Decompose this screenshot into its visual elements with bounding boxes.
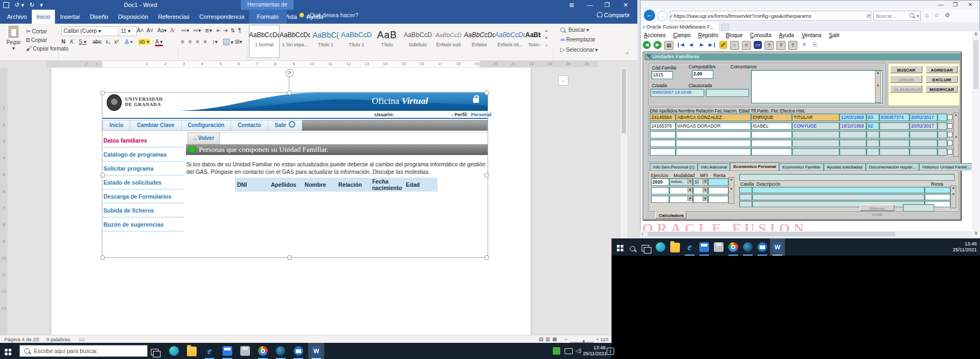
ie-minimize-button[interactable]: — (934, 1, 947, 9)
save-icon[interactable] (3, 2, 9, 8)
ribbon-tab[interactable]: Disposición (113, 10, 153, 24)
ribbon-tab[interactable]: Inicio (32, 10, 55, 24)
decrease-indent-icon[interactable]: ⇤ (217, 27, 221, 33)
style-card[interactable]: AaBbCcDd Énfasis (464, 25, 495, 58)
underline-button[interactable]: S ▾ (79, 39, 86, 45)
search-icon[interactable] (630, 244, 635, 254)
row-checkbox[interactable] (947, 123, 953, 129)
cod-familia-field[interactable]: 1815 (651, 71, 673, 79)
view-mode-buttons[interactable]: ▤▥▦ (539, 336, 559, 342)
help-icon[interactable]: ? (800, 41, 808, 49)
ribbon-tab[interactable]: Insertar (55, 10, 85, 24)
task-view-icon[interactable] (151, 348, 158, 357)
comentarios-scrollbar[interactable]: ▲▼ (875, 71, 881, 103)
forms-menu-item[interactable]: Campo (673, 32, 691, 38)
find-button[interactable]: Buscar ▾ (560, 27, 589, 33)
forward-button[interactable]: → (657, 11, 668, 21)
cell-empty[interactable] (879, 148, 909, 156)
close-button[interactable]: ✕ (618, 0, 633, 10)
undo-icon[interactable]: ↺ ▾ (15, 2, 24, 9)
forms-menu-item[interactable]: Registro (698, 32, 718, 38)
pilcrow-icon[interactable]: ¶ (238, 27, 241, 33)
refresh-icon[interactable]: ⟳ (866, 11, 871, 20)
forms-tab[interactable]: Info.Serv.Personal (1) (650, 163, 698, 171)
nav-item[interactable]: Configuración (182, 120, 232, 131)
vscroll-thumb[interactable] (974, 40, 978, 89)
network-icon[interactable] (565, 348, 573, 354)
calculator-icon[interactable] (699, 242, 709, 252)
renta-result-field[interactable] (903, 204, 934, 212)
eco-scrollbar[interactable]: ▲▼ (728, 177, 734, 204)
speaker-icon[interactable]: ◁) (575, 348, 581, 354)
highlight-color-icon[interactable]: ab ▾ (138, 39, 150, 45)
cell-empty[interactable] (676, 131, 751, 138)
cell-edad[interactable]: 63 (866, 114, 879, 121)
sidebar-link[interactable]: Estado de solicitudes (102, 175, 184, 189)
shading-icon[interactable]: ▾ (223, 39, 233, 45)
forms-tab[interactable]: Económico Familiar (779, 163, 823, 171)
justify-icon[interactable]: ≡ (204, 39, 207, 45)
align-center-icon[interactable]: ≡ (189, 39, 192, 45)
cell-empty[interactable] (937, 139, 947, 147)
image-rotate-handle[interactable]: ⟳ (286, 69, 294, 77)
align-right-icon[interactable]: ≡ (196, 39, 199, 45)
style-card[interactable]: AaBbCcDd 1 Normal (249, 25, 280, 58)
ejercicio-field[interactable]: 2020 (651, 178, 669, 186)
image-handle-se[interactable] (484, 255, 489, 260)
descripcion-cell[interactable] (752, 194, 925, 200)
cell-empty[interactable] (937, 131, 947, 138)
renta-cell[interactable] (925, 187, 950, 193)
cell-empty[interactable] (650, 131, 676, 138)
qat-customize-icon[interactable]: ▾ (40, 2, 43, 9)
subscript-button[interactable]: x₂ (106, 39, 110, 45)
row-checkbox[interactable] (947, 149, 953, 154)
cell-empty[interactable] (866, 139, 879, 147)
scroll-down-icon[interactable]: ∨ (974, 230, 978, 236)
style-card[interactable]: AaBbCcD Título 2 (341, 25, 372, 58)
new-tab-button[interactable] (721, 24, 729, 31)
nav-item[interactable]: Contacto (231, 120, 268, 131)
cell-empty[interactable] (676, 139, 751, 147)
style-card[interactable]: AaBbCcD Subtítulo (402, 25, 433, 58)
cell-apellidos[interactable]: ABARCA GONZALEZ (676, 114, 751, 121)
next-record-icon[interactable]: ▶ (698, 41, 706, 49)
bold-button[interactable]: N (61, 39, 65, 45)
forms-action-button[interactable]: MODIFICAR (926, 85, 958, 93)
cell-fefe[interactable]: 20/02/2017 (909, 122, 937, 130)
cell-empty[interactable] (839, 148, 866, 156)
chrome-icon[interactable] (258, 346, 268, 356)
style-card[interactable]: AaBbC( Título 1 (310, 25, 341, 58)
clock[interactable]: 13:4825/11/2021 (583, 345, 606, 357)
forms-menu-item[interactable]: Ayuda (779, 32, 794, 38)
font-color-icon[interactable]: A ▾ (155, 39, 163, 46)
proofing-icon[interactable]: 📖 (79, 336, 85, 342)
word-icon[interactable]: W (311, 346, 321, 356)
nav-item[interactable]: Inicio (102, 120, 130, 131)
sort-icon[interactable]: ⇅ (231, 27, 235, 33)
cell-fefe[interactable]: 20/02/2017 (909, 114, 937, 121)
ribbon-tab[interactable]: Referencias (153, 10, 194, 24)
superscript-button[interactable]: x² (114, 39, 119, 45)
descripcion-scrollbar[interactable]: ▲▼ (950, 186, 956, 208)
search-dropdown-icon[interactable]: ▾ (909, 11, 920, 20)
style-gallery-scroll[interactable]: ▲▼≡ (543, 27, 550, 50)
edge-icon[interactable] (169, 346, 179, 356)
cell-empty[interactable] (751, 148, 792, 156)
format-painter-button[interactable]: 🖌Copiar formato (26, 45, 68, 52)
forms-menu-item[interactable]: Bloque (726, 32, 742, 38)
start-button[interactable] (617, 244, 623, 254)
ribbon-display-options-icon[interactable]: ⊞ (565, 0, 579, 10)
cell-fnac[interactable]: 18/10/1958 (839, 122, 866, 130)
cell-empty[interactable] (650, 148, 676, 156)
casilla-cell[interactable] (739, 187, 752, 193)
browser-search-box[interactable]: Buscar... ▾ (873, 11, 921, 21)
tell-me-box[interactable]: ¿Qué desea hacer? (300, 12, 358, 18)
cell-empty[interactable] (866, 148, 879, 156)
image-handle-w[interactable] (100, 173, 105, 178)
cell-empty[interactable] (792, 139, 839, 147)
sidebar-link[interactable]: Solicitar programa (102, 161, 184, 175)
cell-empty[interactable] (879, 139, 909, 147)
maximize-button[interactable]: ❐ (600, 0, 614, 10)
multilevel-list-icon[interactable]: ≣▾ (205, 27, 212, 33)
forward-icon[interactable]: ▶ (654, 41, 662, 49)
